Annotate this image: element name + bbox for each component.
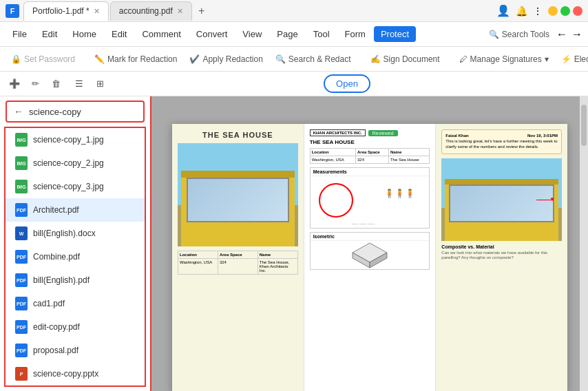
mark-redaction-button[interactable]: ✏️ Mark for Redaction <box>89 52 182 67</box>
comment-date: Nov 19, 3:01PM <box>527 134 558 138</box>
sidebar-item-label: bill(English).docx <box>33 229 135 238</box>
name-value: The Sea House, Khan Architects Inc. <box>258 259 297 274</box>
menu-form[interactable]: Form <box>338 26 372 42</box>
tab-portfolio-label: Portfolio-1.pdf * <box>32 6 90 16</box>
menu-file[interactable]: File <box>6 26 34 42</box>
tab-bar: Portfolio-1.pdf * ✕ accounting.pdf ✕ + <box>23 1 496 21</box>
sidebar-item-label: science-copy_3.jpg <box>33 182 135 191</box>
open-button[interactable]: Open <box>324 74 370 93</box>
tab-portfolio[interactable]: Portfolio-1.pdf * ✕ <box>23 1 109 21</box>
nav-back-icon[interactable]: ← <box>556 28 567 41</box>
building-illustration <box>178 143 298 246</box>
sidebar-item-bill-docx[interactable]: W bill(English).docx <box>6 222 145 245</box>
sidebar-item-img1[interactable]: IMG science-copy_1.jpg <box>6 128 145 151</box>
window-more-icon[interactable]: ⋮ <box>533 6 543 17</box>
window-controls <box>548 6 582 16</box>
isometric-label: Isometric <box>311 233 430 241</box>
menubar: File Edit Home Edit Comment Convert View… <box>0 22 588 47</box>
apply-icon: ✔️ <box>189 54 200 64</box>
menu-edit[interactable]: Edit <box>35 26 64 42</box>
minimize-button[interactable] <box>548 6 558 16</box>
location-value: Washington, USA <box>178 259 218 274</box>
house-roof-right <box>445 179 558 184</box>
sidebar-item-proposal[interactable]: PDF proposal.pdf <box>6 339 145 362</box>
file-icon-pdf: PDF <box>15 273 28 287</box>
mid-info-table: Location Area Space Name Washington, USA… <box>310 148 430 164</box>
house-roof <box>181 171 295 178</box>
reviewed-badge: Reviewed <box>368 130 398 136</box>
set-password-button[interactable]: 🔒 Set Password <box>6 52 81 67</box>
sidebar-item-editcopy[interactable]: PDF edit-copy.pdf <box>6 315 145 339</box>
sidebar-item-bill-pdf[interactable]: PDF bill(English).pdf <box>6 268 145 292</box>
khan-logo: KHAN ARCHITECTS INC. <box>310 129 366 136</box>
menu-convert[interactable]: Convert <box>189 26 235 42</box>
file-icon-img: IMG <box>15 180 28 193</box>
add-button[interactable]: ➕ <box>6 75 23 93</box>
sig-icon: 🖊 <box>459 54 468 64</box>
delete-button[interactable]: 🗑 <box>47 75 65 93</box>
sidebar-item-img2[interactable]: IMG science-copy_2.jpg <box>6 151 145 175</box>
search-redact-icon: 🔍 <box>275 54 286 64</box>
red-circle-annotation <box>319 183 353 218</box>
maximize-button[interactable] <box>560 6 570 16</box>
building-photo-right: ▼ <box>441 158 562 241</box>
scrollbar-thumb[interactable] <box>581 105 587 146</box>
area-value: 324 <box>218 259 258 274</box>
file-icon-pdf: PDF <box>15 320 28 334</box>
quickbar: ➕ ✏ 🗑 ☰ ⊞ Open <box>0 72 588 96</box>
sidebar-item-combine[interactable]: PDF Combine.pdf <box>6 245 145 268</box>
tab-accounting[interactable]: accounting.pdf ✕ <box>110 1 192 21</box>
search-redact-button[interactable]: 🔍 Search & Redact <box>270 52 357 67</box>
arrow-head-icon: ▼ <box>549 196 555 202</box>
composite-text: Can we look into what materials we have … <box>441 251 562 262</box>
nav-forward-icon[interactable]: → <box>571 28 582 41</box>
menu-page[interactable]: Page <box>270 26 304 42</box>
sidebar-item-label: cad1.pdf <box>33 299 135 308</box>
menu-comment[interactable]: Comment <box>135 26 187 42</box>
person-icons: 🧍🧍🧍 <box>384 189 415 198</box>
scale-markers: ___ ___ ___ <box>352 220 375 224</box>
grid-view-button[interactable]: ⊞ <box>91 75 109 93</box>
measurements-box: Measurements 🧍🧍🧍 ___ ___ ___ <box>310 167 430 229</box>
name-header: Name <box>258 251 297 258</box>
house-window <box>187 178 289 222</box>
protect-toolbar: 🔒 Set Password ✏️ Mark for Redaction ✔️ … <box>0 47 588 72</box>
sidebar-item-cad[interactable]: PDF cad1.pdf <box>6 292 145 315</box>
comment-author: Faizal Khan <box>445 134 468 138</box>
edit-button[interactable]: ✏ <box>26 75 44 93</box>
menu-protect[interactable]: Protect <box>374 26 416 42</box>
list-view-button[interactable]: ☰ <box>70 75 88 93</box>
sidebar-item-pptx[interactable]: P science-copy.pptx <box>6 362 145 385</box>
house-window-right <box>449 184 554 222</box>
search-icon: 🔍 <box>489 30 499 39</box>
sidebar-item-architect[interactable]: PDF Architect.pdf <box>6 198 145 222</box>
menu-view[interactable]: View <box>235 26 269 42</box>
pdf-left-column: THE SEA HOUSE <box>172 124 304 391</box>
tab-accounting-close[interactable]: ✕ <box>177 7 183 16</box>
search-tools[interactable]: 🔍 Search Tools <box>489 30 549 39</box>
window-user-icon: 👤 <box>496 4 510 17</box>
menu-edit2[interactable]: Edit <box>105 26 134 42</box>
sidebar-folder-header[interactable]: ← science-copy <box>6 101 145 123</box>
sidebar-item-label: Combine.pdf <box>33 252 135 262</box>
doc-title-left: THE SEA HOUSE <box>178 131 298 139</box>
sidebar-item-label: edit-copy.pdf <box>33 322 135 332</box>
manage-signatures-button[interactable]: 🖊 Manage Signatures ▾ <box>454 52 554 67</box>
comment-box: Faizal Khan Nov 19, 3:01PM This is looki… <box>441 129 562 154</box>
sidebar-item-label: science-copy_2.jpg <box>33 158 135 168</box>
file-icon-docx: W <box>15 226 28 240</box>
apply-redaction-button[interactable]: ✔️ Apply Redaction <box>184 52 268 67</box>
menu-tool[interactable]: Tool <box>306 26 337 42</box>
new-tab-button[interactable]: + <box>193 3 210 19</box>
isometric-diagram <box>311 241 430 269</box>
menu-home[interactable]: Home <box>65 26 103 42</box>
tab-portfolio-close[interactable]: ✕ <box>94 7 100 16</box>
electronic-button[interactable]: ⚡ Electro... <box>556 52 588 67</box>
vertical-scrollbar[interactable] <box>580 96 588 391</box>
window-bell-icon: 🔔 <box>516 6 527 17</box>
main-area: ← science-copy IMG science-copy_1.jpg IM… <box>0 96 588 391</box>
sign-document-button[interactable]: ✍️ Sign Document <box>365 52 445 67</box>
sidebar-item-img3[interactable]: IMG science-copy_3.jpg <box>6 175 145 198</box>
info-table: Location Area Space Name Washington, USA… <box>178 251 298 275</box>
close-button[interactable] <box>573 6 582 16</box>
